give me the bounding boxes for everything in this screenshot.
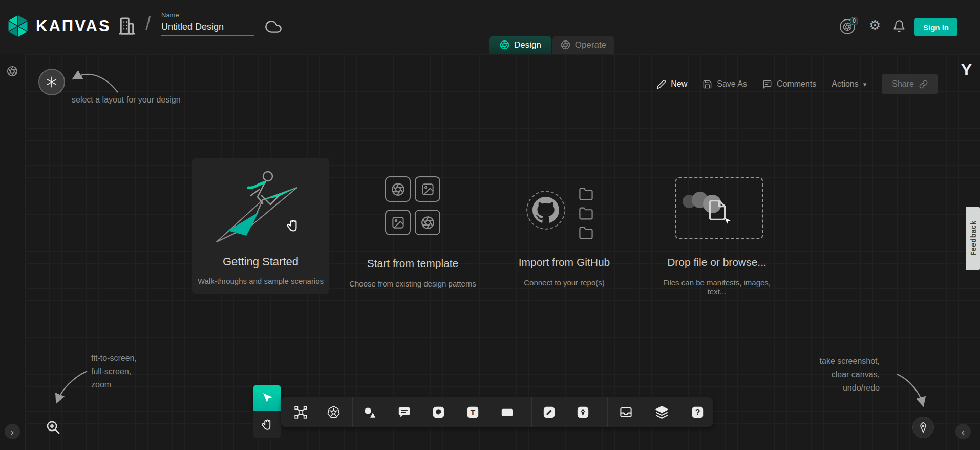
actions-dropdown[interactable]: Actions ▾ xyxy=(832,79,866,89)
tab-design[interactable]: Design xyxy=(489,36,551,54)
credits-badge: 0 xyxy=(850,17,858,25)
start-from-template-card[interactable] xyxy=(385,176,440,235)
import-from-github-card[interactable] xyxy=(522,187,614,238)
github-subtitle: Connect to your repo(s) xyxy=(513,278,615,287)
template-title: Start from template xyxy=(344,257,481,270)
folder-icon xyxy=(579,226,593,240)
mode-tabs: Design Operate xyxy=(489,36,614,54)
credits-icon[interactable]: 0 xyxy=(840,19,855,34)
design-tab-label: Design xyxy=(514,40,541,50)
operate-tab-label: Operate xyxy=(575,40,606,50)
getting-started-illustration xyxy=(201,164,320,252)
notifications-icon[interactable] xyxy=(892,19,906,34)
design-canvas[interactable]: select a layout for your design New Save… xyxy=(0,54,980,450)
draw-tool-button[interactable] xyxy=(566,397,600,427)
zoom-hint-text: fit-to-screen, full-screen, zoom xyxy=(91,352,137,392)
feedback-tab[interactable]: Feedback xyxy=(966,207,980,270)
meshery-spinner-icon xyxy=(7,66,18,77)
chevron-down-icon: ▾ xyxy=(863,80,867,88)
expand-left-panel-button[interactable]: › xyxy=(5,424,20,439)
canvas-actions-toolbar: New Save As Comments Actions ▾ Share xyxy=(656,73,938,95)
hand-cursor xyxy=(286,218,300,235)
dock-group-annotate xyxy=(352,397,524,427)
shapes-icon xyxy=(363,405,377,419)
drop-file-title: Drop file or browse... xyxy=(661,256,773,269)
bell-icon xyxy=(892,19,906,33)
design-name-input[interactable] xyxy=(161,21,254,36)
comments-label: Comments xyxy=(777,79,816,89)
layers-tool-button[interactable] xyxy=(644,397,679,427)
kanvas-logo-icon xyxy=(6,14,30,38)
template-tile-image-icon xyxy=(385,210,411,235)
folder-icon xyxy=(579,206,593,221)
layer5-logo: Y xyxy=(961,60,972,79)
getting-started-title: Getting Started xyxy=(192,255,329,269)
layout-hint-text: select a layout for your design xyxy=(72,93,181,107)
drop-file-subtitle: Files can be manifests, images, text... xyxy=(661,278,773,296)
zoom-button[interactable] xyxy=(45,419,61,437)
drawer-icon xyxy=(619,405,633,419)
shapes-tool-button[interactable] xyxy=(353,397,387,427)
cursor-icon xyxy=(261,392,273,404)
actions-label: Actions xyxy=(832,79,858,89)
hand-icon xyxy=(261,418,273,431)
pen-icon xyxy=(576,405,590,419)
media-icon xyxy=(432,405,445,419)
screenshot-hint-arrow xyxy=(894,371,927,410)
components-drawer-button[interactable] xyxy=(608,397,644,427)
layout-hint-arrow xyxy=(70,68,121,94)
dock-group-draw xyxy=(531,397,600,427)
cursor-icon xyxy=(723,217,731,227)
template-tile-design-icon xyxy=(415,210,440,235)
dock-group-structure xyxy=(284,397,350,427)
tab-operate[interactable]: Operate xyxy=(552,36,614,54)
getting-started-card[interactable] xyxy=(192,158,329,294)
drop-file-card[interactable] xyxy=(675,177,763,239)
kubernetes-tool-button[interactable] xyxy=(317,397,350,427)
design-name-field: Name xyxy=(161,11,254,36)
template-tile-design-icon xyxy=(385,176,411,202)
collapse-right-panel-button[interactable]: ‹ xyxy=(955,424,971,439)
breadcrumb-separator: / xyxy=(145,13,151,35)
screenshot-hint-text: take screenshot, clear canvas, undo/redo xyxy=(820,355,880,395)
building-icon xyxy=(117,16,137,36)
cloud-sync-icon xyxy=(265,18,282,37)
edit-icon xyxy=(542,405,556,419)
settings-icon[interactable]: ⚙ xyxy=(869,18,881,32)
schema-tool-button[interactable] xyxy=(284,397,317,427)
edit-tool-button[interactable] xyxy=(532,397,566,427)
layers-icon xyxy=(655,405,669,419)
pan-tool-button[interactable] xyxy=(253,411,281,438)
new-label: New xyxy=(671,79,687,89)
design-name-label: Name xyxy=(161,11,254,19)
pen-mode-button[interactable] xyxy=(912,417,934,438)
kanvas-logo[interactable]: KAΠVAS xyxy=(6,14,111,38)
comments-icon xyxy=(762,79,772,89)
sign-in-button[interactable]: Sign In xyxy=(914,18,957,36)
design-tab-icon xyxy=(500,40,509,50)
save-as-button[interactable]: Save As xyxy=(702,79,747,89)
text-tool-button[interactable] xyxy=(456,397,490,427)
layout-selector-button[interactable] xyxy=(38,69,65,95)
organization-icon[interactable] xyxy=(117,16,137,38)
comment-tool-button[interactable] xyxy=(387,397,421,427)
snowflake-icon xyxy=(46,76,58,88)
share-button[interactable]: Share xyxy=(882,74,938,94)
pencil-icon xyxy=(656,79,666,89)
media-tool-button[interactable] xyxy=(421,397,456,427)
new-design-button[interactable]: New xyxy=(656,79,687,89)
pen-nib-icon xyxy=(917,421,929,434)
help-button[interactable] xyxy=(679,397,715,427)
top-bar: KAΠVAS / Name Design Operate 0 xyxy=(0,0,980,54)
comments-button[interactable]: Comments xyxy=(762,79,816,89)
operate-tab-icon xyxy=(561,40,570,50)
kanvas-app: KAΠVAS / Name Design Operate 0 xyxy=(0,0,980,450)
folder-icon xyxy=(579,187,593,201)
help-icon xyxy=(691,405,705,419)
github-title: Import from GitHub xyxy=(513,256,615,269)
schema-icon xyxy=(294,405,308,419)
note-tool-button[interactable] xyxy=(490,397,524,427)
github-icon xyxy=(526,191,565,230)
select-tool-button[interactable] xyxy=(253,385,281,411)
link-icon xyxy=(919,80,928,89)
